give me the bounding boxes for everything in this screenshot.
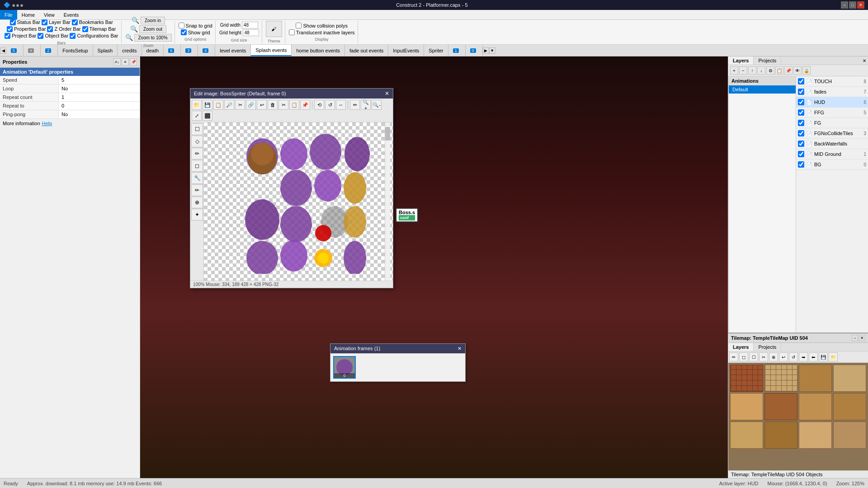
tab-4[interactable]: 4 — [198, 45, 215, 56]
layer-midground[interactable]: 📄 MID Ground 1 — [796, 149, 868, 160]
eraser-tool[interactable]: ✏ — [191, 184, 203, 196]
undo-button[interactable]: ↩ — [257, 100, 267, 110]
tile-redo[interactable]: ↺ — [789, 352, 798, 361]
maximize-button[interactable]: □ — [849, 1, 856, 9]
zorder-bar-toggle[interactable] — [47, 26, 53, 32]
layer-fgnocollide-visible[interactable] — [798, 130, 804, 136]
anim-default[interactable]: Default — [729, 85, 796, 94]
tab-3[interactable]: 3 — [181, 45, 198, 56]
layer-touch-visible[interactable] — [798, 78, 804, 84]
prop-value-pingpong[interactable]: No — [59, 110, 140, 118]
layer-bar-toggle[interactable] — [42, 19, 47, 25]
layer-ffg-visible[interactable] — [798, 109, 804, 116]
zoom-in-button[interactable]: Zoom in — [141, 17, 165, 24]
tab-5[interactable]: 5 — [6, 45, 24, 56]
layer-fades-visible[interactable] — [798, 89, 804, 95]
layer-add[interactable]: + — [730, 66, 738, 75]
layer-fades[interactable]: 📄 fades 7 — [796, 87, 868, 97]
prop-sort-az[interactable]: A↓ — [113, 58, 121, 66]
tile-cell[interactable] — [833, 365, 866, 392]
menu-file[interactable]: File — [0, 10, 17, 19]
rect-tool[interactable]: ◻ — [191, 160, 203, 172]
layer-midground-visible[interactable] — [798, 151, 804, 157]
tile-cell[interactable] — [833, 422, 866, 449]
show-grid-toggle[interactable] — [181, 29, 187, 35]
zoom-fit[interactable]: ⤢ — [192, 111, 202, 121]
paste-button[interactable]: 📌 — [300, 100, 310, 110]
tile-cell[interactable] — [764, 365, 797, 392]
theme-button[interactable]: 🖌 — [266, 21, 282, 37]
image-editor-close[interactable]: ✕ — [385, 90, 389, 97]
right-panel-close[interactable]: ✕ — [861, 56, 868, 65]
tile-draw[interactable]: ✏ — [729, 352, 738, 361]
config-bar-toggle[interactable] — [70, 33, 75, 39]
tab-home-button-events[interactable]: home button events — [292, 45, 345, 56]
tab-close[interactable]: × — [24, 45, 41, 56]
tile-cell[interactable] — [833, 393, 866, 420]
layer-copy[interactable]: 📋 — [775, 66, 783, 75]
tab-fade-out-events[interactable]: fade out events — [345, 45, 388, 56]
prop-value-repeat-to[interactable]: 0 — [59, 102, 140, 110]
properties-bar-toggle[interactable] — [7, 26, 13, 32]
prop-sort-cat[interactable]: ≡ — [122, 58, 129, 66]
layer-backwaterfalls-visible[interactable] — [798, 141, 804, 147]
bookmarks-bar-toggle[interactable] — [72, 19, 78, 25]
tile-fill[interactable]: ⊕ — [769, 352, 778, 361]
tile-left[interactable]: ⬅ — [809, 352, 818, 361]
tile-right[interactable]: ➡ — [799, 352, 808, 361]
grid-height-input[interactable] — [243, 29, 259, 36]
rotate-ccw[interactable]: ↺ — [325, 100, 335, 110]
tab-splash-events[interactable]: Splash events — [251, 45, 292, 56]
menu-events[interactable]: Events — [59, 10, 84, 19]
tile-undo[interactable]: ↩ — [779, 352, 788, 361]
layer-fg-visible[interactable] — [798, 120, 804, 126]
layer-backwaterfalls[interactable]: 📄 BackWaterfalls — [796, 139, 868, 149]
layer-paste[interactable]: 📌 — [784, 66, 793, 75]
tilemap-tile-area[interactable] — [728, 363, 868, 470]
lasso-tool[interactable]: ◇ — [191, 136, 203, 147]
show-collision-toggle[interactable] — [296, 23, 302, 28]
clipboard-button[interactable]: 📋 — [213, 100, 223, 110]
copy-button[interactable]: 📋 — [289, 100, 299, 110]
tile-cell[interactable] — [730, 393, 763, 420]
layer-remove[interactable]: − — [739, 66, 747, 75]
tilemap-close[interactable]: ✕ — [859, 335, 865, 341]
tile-select[interactable]: ☐ — [749, 352, 758, 361]
save-button[interactable]: 💾 — [203, 100, 212, 110]
tab-splash[interactable]: Splash — [93, 45, 118, 56]
translucent-toggle[interactable] — [289, 29, 295, 35]
origin-tool[interactable]: ✦ — [191, 209, 203, 221]
tabs-scroll-down[interactable]: ▼ — [489, 47, 495, 54]
anim-frames-close[interactable]: ✕ — [458, 346, 462, 352]
project-bar-toggle[interactable] — [5, 33, 10, 39]
tab-input-events[interactable]: InputEvents — [388, 45, 424, 56]
tile-cell[interactable] — [764, 422, 797, 449]
layer-up[interactable]: ↑ — [748, 66, 756, 75]
tile-cell[interactable] — [799, 393, 832, 420]
tabs-scroll-left[interactable]: ◀ — [0, 47, 6, 54]
prop-pin[interactable]: 📌 — [130, 58, 137, 66]
layer-properties[interactable]: ⚙ — [766, 66, 774, 75]
rotate-cw[interactable]: ⟲ — [314, 100, 324, 110]
prop-value-speed[interactable]: 5 — [59, 76, 140, 84]
tab-0[interactable]: 0 — [466, 45, 483, 56]
tilemap-projects-tab[interactable]: Projects — [754, 343, 781, 351]
find-button[interactable]: 🔎 — [224, 100, 234, 110]
tilemap-bar-toggle[interactable] — [82, 26, 88, 32]
tab-level-events[interactable]: level events — [215, 45, 251, 56]
layer-touch[interactable]: 📄 TOUCH 8 — [796, 76, 868, 87]
flip-h[interactable]: ↔ — [336, 100, 346, 110]
close-button[interactable]: ✕ — [857, 1, 864, 9]
open-button[interactable]: 📁 — [192, 100, 202, 110]
frame-0-thumb[interactable]: 0 — [333, 356, 356, 379]
tilemap-minimize[interactable]: − — [852, 335, 858, 341]
layers-tab[interactable]: Layers — [728, 56, 754, 65]
layer-bg-visible[interactable] — [798, 161, 804, 168]
tabs-scroll-right[interactable]: ▶ — [483, 47, 489, 54]
layer-bg[interactable]: 📄 BG 0 — [796, 160, 868, 170]
layer-down[interactable]: ↓ — [757, 66, 765, 75]
zoom-100-button[interactable]: Zoom to 100% — [134, 34, 172, 42]
tile-cell[interactable] — [764, 393, 797, 420]
tile-open[interactable]: 📁 — [829, 352, 838, 361]
tile-cut[interactable]: ✂ — [759, 352, 768, 361]
